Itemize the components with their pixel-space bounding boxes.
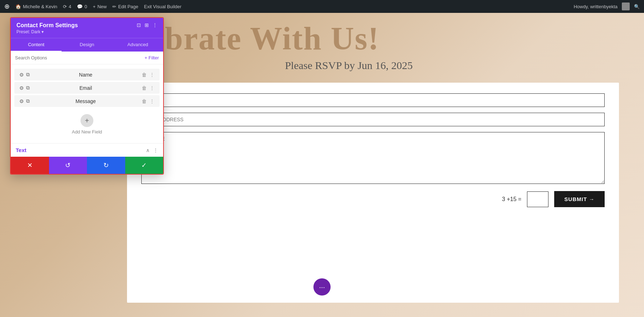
field-actions-email: 🗑 ⋮ [142,85,155,91]
field-actions-message: 🗑 ⋮ [142,98,155,104]
floating-action-button[interactable]: ··· [313,278,331,296]
plus-icon: + [93,4,96,9]
panel-tabs: Content Design Advanced [11,38,163,52]
new-button[interactable]: + New [93,4,107,9]
field-label-name: Name [33,72,138,78]
pencil-icon: ✏ [112,4,116,9]
name-input[interactable] [141,93,605,107]
field-actions-name: 🗑 ⋮ [142,72,155,78]
cancel-button[interactable]: ✕ [11,157,49,174]
tab-content[interactable]: Content [11,38,62,52]
field-row-email: ⚙ ⧉ Email 🗑 ⋮ [14,82,160,94]
exit-builder-link[interactable]: Exit Visual Builder [144,4,182,9]
admin-bar: ⊕ 🏠 Michelle & Kevin ⟳ 4 💬 0 + New ✏ Edi… [0,0,644,13]
copy-icon[interactable]: ⧉ [26,72,30,78]
collapse-icon[interactable]: ∧ [146,147,150,153]
filter-button[interactable]: + Filter [145,55,159,60]
search-input[interactable] [15,55,142,60]
more-options-icon[interactable]: ⋮ [150,98,155,104]
delete-icon[interactable]: 🗑 [142,72,147,78]
page-subtitle: Please RSVP by Jun 16, 2025 [125,59,644,72]
submit-button[interactable]: SUBMIT → [554,191,605,207]
message-textarea[interactable] [141,132,605,184]
search-icon[interactable]: 🔍 [634,4,640,9]
panel-fields-list: ⚙ ⧉ Name 🗑 ⋮ ⚙ ⧉ Email 🗑 ⋮ ⚙ [11,64,163,143]
field-row-icons: ⚙ ⧉ [19,72,30,78]
panel-header-icons: ⊡ ⊞ ⋮ [137,22,157,28]
delete-icon[interactable]: 🗑 [142,98,147,104]
revisions-icon: ⟳ [63,4,67,9]
settings-panel: Contact Form Settings Preset: Dark ▾ ⊡ ⊞… [10,17,164,175]
delete-icon[interactable]: 🗑 [142,85,147,91]
field-label-email: Email [33,85,138,91]
field-row-message: ⚙ ⧉ Message 🗑 ⋮ [14,95,160,107]
section-more-icon[interactable]: ⋮ [153,147,158,153]
fullscreen-icon[interactable]: ⊡ [137,22,141,28]
captcha-text: 3 +15 = [502,196,521,203]
captcha-input[interactable] [527,191,548,207]
field-row-icons-message: ⚙ ⧉ [19,98,30,104]
more-options-icon[interactable]: ⋮ [150,85,155,91]
tab-design[interactable]: Design [62,38,112,52]
undo-button[interactable]: ↺ [49,157,87,174]
message-field-group [141,132,605,185]
settings-icon[interactable]: ⚙ [19,98,24,104]
howdy-text: Howdy, writtenbyekta [574,4,618,9]
avatar[interactable] [622,3,630,10]
form-container: 3 +15 = SUBMIT → [127,83,619,303]
email-field-group [141,113,605,126]
dots-icon: ··· [319,283,325,291]
section-header-icons: ∧ ⋮ [146,147,158,153]
copy-icon[interactable]: ⧉ [26,85,30,91]
save-button[interactable]: ✓ [125,157,164,174]
panel-preset[interactable]: Preset: Dark ▾ [16,29,78,34]
revisions[interactable]: ⟳ 4 [63,4,71,9]
field-row-icons-email: ⚙ ⧉ [19,85,30,91]
redo-button[interactable]: ↻ [87,157,125,174]
panel-section-text: Text ∧ ⋮ [11,143,163,157]
form-bottom: 3 +15 = SUBMIT → [141,191,605,207]
panel-toolbar: ✕ ↺ ↻ ✓ [11,157,163,174]
field-label-message: Message [33,98,138,104]
tab-advanced[interactable]: Advanced [112,38,163,52]
comments-icon: 💬 [77,4,83,9]
name-field-group [141,93,605,107]
panel-header: Contact Form Settings Preset: Dark ▾ ⊡ ⊞… [11,18,163,38]
panel-title-group: Contact Form Settings Preset: Dark ▾ [16,22,78,34]
columns-icon[interactable]: ⊞ [145,22,149,28]
edit-page-link[interactable]: ✏ Edit Page [112,4,138,9]
admin-bar-right: Howdy, writtenbyekta 🔍 [574,3,640,10]
panel-search-bar: + Filter [11,52,163,64]
copy-icon[interactable]: ⧉ [26,98,30,104]
site-icon: 🏠 [15,4,21,9]
settings-icon[interactable]: ⚙ [19,85,24,91]
wp-logo[interactable]: ⊕ [4,3,10,10]
more-icon[interactable]: ⋮ [152,22,157,28]
section-title: Text [16,147,26,153]
settings-icon[interactable]: ⚙ [19,72,24,78]
add-field-circle-icon: + [80,114,93,127]
more-options-icon[interactable]: ⋮ [150,72,155,78]
email-input[interactable] [141,113,605,126]
field-row-name: ⚙ ⧉ Name 🗑 ⋮ [14,69,160,81]
add-new-field-button[interactable]: + Add New Field [11,108,163,140]
add-field-label: Add New Field [72,129,102,135]
site-name[interactable]: 🏠 Michelle & Kevin [15,4,57,9]
panel-title: Contact Form Settings [16,22,78,29]
comments[interactable]: 💬 0 [77,4,87,9]
hero-text: elebrate With Us! [125,20,644,57]
